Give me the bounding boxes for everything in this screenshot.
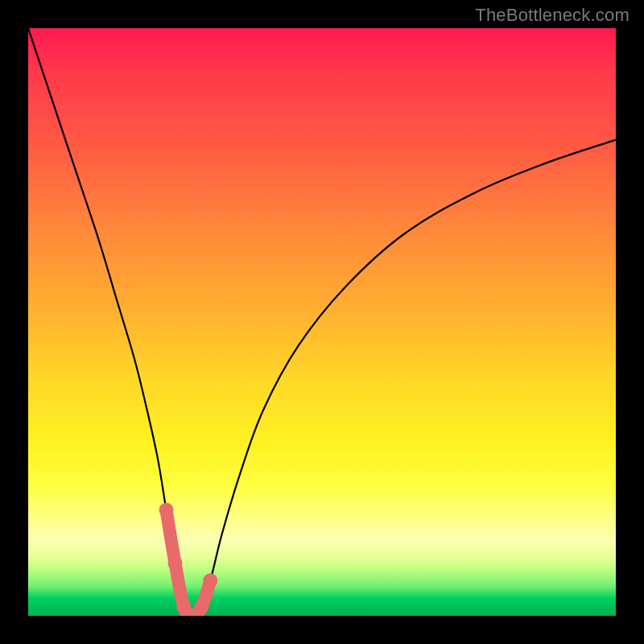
bottleneck-curve [28, 28, 616, 616]
valley-dot [159, 503, 174, 518]
watermark-text: TheBottleneck.com [475, 5, 630, 26]
valley-dot [194, 600, 208, 614]
valley-dot [168, 555, 183, 570]
curve-layer [28, 28, 616, 616]
valley-dot [203, 573, 217, 588]
chart-frame: TheBottleneck.com [0, 0, 644, 644]
plot-area [28, 28, 616, 616]
